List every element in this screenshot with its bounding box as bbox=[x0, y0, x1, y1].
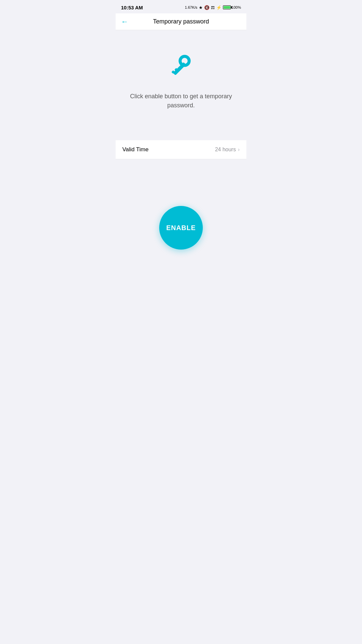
instruction-text: Click enable button to get a temporary p… bbox=[126, 92, 236, 110]
full-page: Click enable button to get a temporary p… bbox=[116, 30, 246, 283]
key-icon-container bbox=[166, 50, 196, 82]
key-icon bbox=[166, 50, 196, 80]
svg-point-1 bbox=[182, 58, 188, 64]
settings-block: Valid Time 24 hours › bbox=[116, 140, 246, 159]
content-top: Click enable button to get a temporary p… bbox=[116, 30, 246, 140]
battery-percent: 100% bbox=[232, 5, 241, 9]
status-bar: 10:53 AM 1.67K/s ★ 🔇 𝌟 ⚡ 100% bbox=[116, 0, 246, 13]
page-title: Temporary password bbox=[134, 18, 228, 25]
status-time: 10:53 AM bbox=[121, 5, 143, 10]
network-speed: 1.67K/s bbox=[185, 5, 197, 9]
bluetooth-icon: ★ bbox=[199, 5, 203, 10]
svg-rect-2 bbox=[173, 62, 186, 75]
wifi-icon: 𝌟 bbox=[211, 5, 215, 10]
status-right-icons: 1.67K/s ★ 🔇 𝌟 ⚡ 100% bbox=[185, 5, 241, 10]
battery-icon bbox=[223, 5, 231, 9]
battery-container: 100% bbox=[223, 5, 241, 9]
spacer bbox=[116, 159, 246, 206]
enable-button-wrapper: ENABLE bbox=[116, 206, 246, 283]
mute-icon: 🔇 bbox=[204, 5, 209, 10]
battery-fill bbox=[224, 6, 230, 9]
valid-time-right: 24 hours › bbox=[215, 147, 240, 153]
chevron-right-icon: › bbox=[238, 147, 240, 153]
back-button[interactable]: ← bbox=[121, 18, 128, 25]
enable-button[interactable]: ENABLE bbox=[159, 206, 203, 250]
valid-time-label: Valid Time bbox=[122, 146, 148, 153]
charging-icon: ⚡ bbox=[216, 5, 222, 10]
valid-time-value: 24 hours bbox=[215, 147, 236, 153]
valid-time-row[interactable]: Valid Time 24 hours › bbox=[116, 140, 246, 159]
header: ← Temporary password bbox=[116, 13, 246, 30]
